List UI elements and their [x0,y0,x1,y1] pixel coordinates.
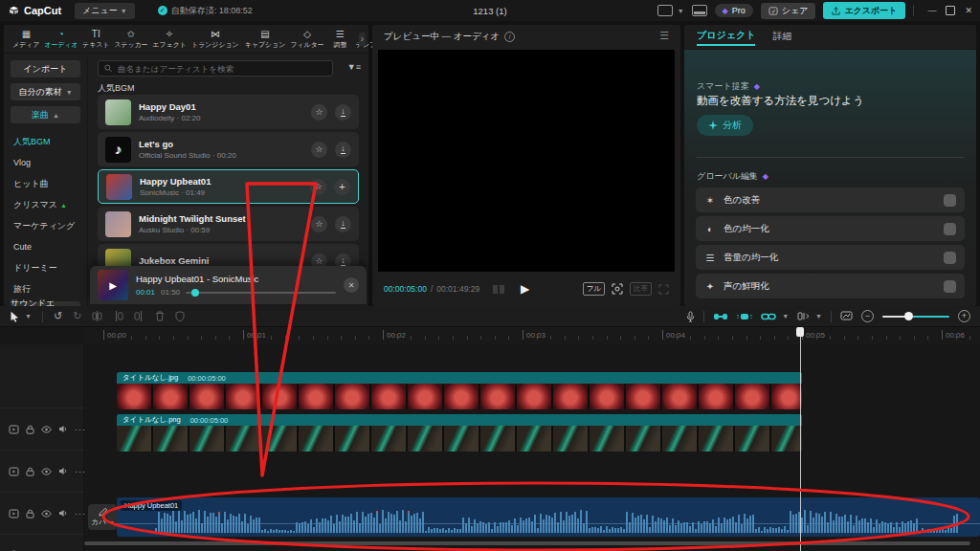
media-tab[interactable]: TI テキスト [81,29,111,50]
playhead-line[interactable] [800,327,801,551]
song-card[interactable]: ♪ Happy Upbeat01 SonicMusic · 01:49 ☆ [98,169,359,204]
music-category[interactable]: ヒット曲 ▲ [4,173,88,194]
close-button[interactable]: ✕ [965,6,972,15]
music-category[interactable]: 人気BGM ▲ [4,131,88,152]
media-tab[interactable]: ☰ 調整 [327,29,352,50]
trim-right-icon[interactable] [134,311,145,321]
import-button[interactable]: インポート [11,60,80,77]
media-tab[interactable]: ◔ オーディオ [43,29,79,50]
minimize-button[interactable]: — [927,6,936,15]
keyframe-graph-icon[interactable] [840,311,853,321]
undo-button[interactable]: ↺ [54,310,62,322]
trim-left-icon[interactable] [113,311,123,321]
toggle-switch[interactable] [944,252,956,264]
preview-menu-icon[interactable]: ☰ [659,30,669,42]
play-icon[interactable]: ▶ [98,270,128,300]
song-action-button[interactable] [335,142,351,158]
global-edit-row[interactable]: ✦ 声の鮮明化 [696,274,965,298]
link-clips-button[interactable]: ▼ [761,311,789,322]
music-category[interactable]: ドリーミー ▲ [4,257,88,278]
info-icon[interactable]: i [504,32,515,42]
media-tab[interactable]: ⋈ トランジション [189,29,241,50]
zoom-in-button[interactable]: + [958,310,970,322]
zoom-out-button[interactable]: − [861,310,874,322]
layout-compact-button[interactable] [692,5,707,16]
focus-frame-icon[interactable] [612,283,623,295]
split-icon[interactable] [92,311,102,321]
full-screen-mode-button[interactable]: フル [583,282,605,296]
track-more-button[interactable]: ··· [75,509,86,518]
media-tab[interactable]: ✩ ステッカー [113,29,149,50]
mute-speaker-icon[interactable] [58,467,68,475]
song-card[interactable]: ♪ Happy Day01 Audiodeity · 02:20 ☆ [98,95,359,129]
toggle-switch[interactable] [944,280,956,293]
media-tab[interactable]: ▦ メディア [11,29,41,50]
music-category[interactable]: クリスマス ▲ [4,194,88,215]
search-box[interactable] [98,60,333,77]
eye-icon[interactable] [41,510,52,518]
my-assets-dropdown[interactable]: 自分の素材▼ [11,83,80,100]
toggle-switch[interactable] [944,223,956,235]
layout-switch-button[interactable]: ▼ [657,5,684,16]
share-button[interactable]: シェア [761,3,816,19]
timeline-zoom-slider[interactable] [882,316,949,318]
select-tool-button[interactable]: ▼ [10,311,32,322]
mute-speaker-icon[interactable] [58,425,68,433]
delete-icon[interactable] [155,311,165,321]
song-action-button[interactable] [335,104,351,121]
favorite-star-button[interactable]: ☆ [311,216,327,232]
favorite-star-button[interactable]: ☆ [311,104,327,121]
player-progress-slider[interactable] [186,292,336,294]
track-view-button[interactable]: ▼ [797,311,822,321]
song-card[interactable]: ♪ Let's go Official Sound Studio · 00:20… [98,132,359,166]
favorite-star-button[interactable]: ☆ [310,179,326,195]
pro-badge[interactable]: ◆Pro [715,4,753,17]
inspector-tab[interactable]: プロジェクト [697,29,755,46]
global-edit-row[interactable]: ☰ 音量の均一化 [696,245,965,270]
inspector-tab[interactable]: 詳細 [772,30,791,45]
microphone-icon[interactable] [686,311,695,322]
music-category[interactable]: Cute ▲ [4,236,88,257]
eye-icon[interactable] [41,426,52,433]
music-dropdown[interactable]: 楽曲▲ [11,106,80,123]
video-viewport[interactable] [378,50,675,272]
music-category[interactable]: 旅行 ▲ [4,278,88,299]
video-clip-1[interactable]: タイトルなし.jpg 00:00:05:00 [117,372,802,409]
menu-button[interactable]: メニュー▼ [75,3,135,19]
video-clip-2[interactable]: タイトルなし.png 00:00:05:00 [117,414,802,452]
audio-clip[interactable]: Happy Upbeat01 [117,497,980,537]
song-action-button[interactable] [334,179,350,195]
song-card[interactable]: ♪ Midnight Twilight Sunset Ausku Studio … [98,207,359,241]
search-input[interactable] [116,63,326,75]
global-edit-row[interactable]: ◐ 色の均一化 [696,216,965,241]
media-tab[interactable]: ◇ フィルター [289,29,325,50]
mask-shield-icon[interactable] [175,311,185,321]
music-category[interactable]: Vlog ▲ [4,152,88,173]
eye-icon[interactable] [41,468,52,475]
global-edit-row[interactable]: ✶ 色の改善 [696,187,965,212]
redo-button[interactable]: ↻ [73,310,81,322]
song-action-button[interactable] [335,216,351,232]
music-category[interactable]: マーケティング ▲ [4,215,88,236]
cover-button[interactable]: カバー [88,504,117,530]
ratio-button[interactable]: 比率 [630,282,652,296]
lock-icon[interactable] [26,425,34,434]
media-tab[interactable]: ✧ エフェクト [151,29,188,50]
analyze-button[interactable]: 分析 [697,115,753,136]
tabs-scroll-right-button[interactable]: › [359,33,366,46]
track-more-button[interactable]: ··· [75,467,86,476]
expand-icon[interactable] [658,284,669,295]
play-button[interactable]: ▶ [521,282,529,296]
favorite-star-button[interactable]: ☆ [311,142,327,158]
mute-speaker-icon[interactable] [58,509,68,518]
lock-icon[interactable] [26,509,34,518]
lock-icon[interactable] [26,467,34,476]
timeline-ruler[interactable]: 00:0000:0100:0200:0300:0400:0500:06 [84,327,980,344]
export-button[interactable]: エクスポート [823,2,905,19]
compare-frames-icon[interactable] [493,285,504,294]
auto-snap-icon[interactable] [737,311,752,322]
horizontal-scrollbar[interactable] [84,541,970,545]
maximize-button[interactable] [946,6,955,15]
player-close-button[interactable]: ✕ [344,277,359,293]
player-slider-knob[interactable] [191,289,199,297]
